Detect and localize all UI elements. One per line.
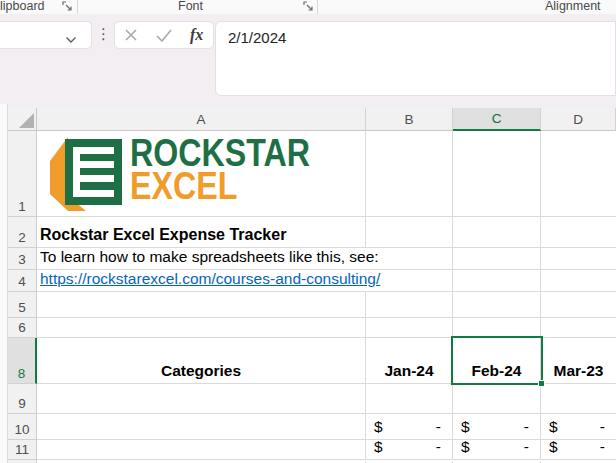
font-dialog-launcher-icon[interactable] <box>303 1 314 12</box>
cell-c2[interactable] <box>453 217 541 247</box>
formula-bar-value: 2/1/2024 <box>228 29 286 46</box>
zero-dash: - <box>436 438 441 456</box>
name-box[interactable] <box>0 21 92 49</box>
cell-a3[interactable]: To learn how to make spreadsheets like t… <box>37 248 366 269</box>
currency-symbol: $ <box>374 418 383 436</box>
cell-b9[interactable] <box>366 384 453 413</box>
cell-c5[interactable] <box>453 292 541 317</box>
row-6 <box>37 318 616 338</box>
row-4: https://rockstarexcel.com/courses-and-co… <box>37 270 616 292</box>
zero-dash: - <box>524 418 529 436</box>
cell-b3[interactable] <box>366 248 453 269</box>
row-2: Rockstar Excel Expense Tracker <box>37 217 616 248</box>
currency-symbol: $ <box>461 438 470 456</box>
zero-dash: - <box>436 418 441 436</box>
cell-c3[interactable] <box>453 248 541 269</box>
formula-bar-input[interactable]: 2/1/2024 <box>215 21 616 96</box>
selection-box[interactable] <box>451 336 543 385</box>
cell-a6[interactable] <box>37 318 366 337</box>
row-3: To learn how to make spreadsheets like t… <box>37 248 616 270</box>
cell-d10[interactable]: $- <box>541 414 616 439</box>
select-all-button[interactable] <box>8 108 37 131</box>
ribbon-separator <box>317 0 318 14</box>
currency-symbol: $ <box>461 418 470 436</box>
hyperlink-courses[interactable]: https://rockstarexcel.com/courses-and-co… <box>40 270 380 288</box>
cell-d2[interactable] <box>541 217 616 247</box>
zero-dash: - <box>600 418 605 436</box>
cancel-icon[interactable] <box>119 23 143 47</box>
row-5 <box>37 292 616 318</box>
cell-b11[interactable]: $- <box>366 440 453 459</box>
cell-d6[interactable] <box>541 318 616 337</box>
ribbon-group-font: Font <box>178 0 203 13</box>
ribbon-group-clipboard: Clipboard <box>0 0 45 13</box>
cell-b2[interactable] <box>366 217 453 247</box>
clipboard-dialog-launcher-icon[interactable] <box>62 1 73 12</box>
row-header-10[interactable]: 10 <box>8 414 37 440</box>
ribbon-group-alignment: Alignment <box>545 0 601 13</box>
row-10: $- $- $- <box>37 414 616 440</box>
logo-text-excel: EXCEL <box>130 167 237 204</box>
cell-c10[interactable]: $- <box>453 414 541 439</box>
cell-b6[interactable] <box>366 318 453 337</box>
cell-a8[interactable]: Categories <box>37 338 366 383</box>
fill-handle[interactable] <box>538 380 545 387</box>
cell-d1[interactable] <box>541 131 616 216</box>
currency-symbol: $ <box>549 438 558 456</box>
ribbon-strip: Clipboard Font Alignment <box>0 0 616 14</box>
cell-c4[interactable] <box>453 270 541 291</box>
formula-bar-buttons: fx <box>114 21 214 49</box>
cell-c11[interactable]: $- <box>453 440 541 459</box>
left-gutter <box>0 104 8 463</box>
cell-c6[interactable] <box>453 318 541 337</box>
zero-dash: - <box>524 438 529 456</box>
row-header-6[interactable]: 6 <box>8 318 37 338</box>
cell-d4[interactable] <box>541 270 616 291</box>
cell-b1[interactable] <box>366 131 453 216</box>
ribbon-separator <box>77 0 78 14</box>
cell-b4[interactable] <box>366 270 453 291</box>
cell-d5[interactable] <box>541 292 616 317</box>
cell-a2[interactable]: Rockstar Excel Expense Tracker <box>37 217 366 247</box>
cell-b8[interactable]: Jan-24 <box>366 338 453 383</box>
worksheet-grid: A B C D 1 2 3 4 5 6 8 9 10 11 Rockstar E… <box>0 104 616 463</box>
cell-d8[interactable]: Mar-23 <box>541 338 616 383</box>
row-header-1[interactable]: 1 <box>8 131 37 217</box>
row-header-9[interactable]: 9 <box>8 384 37 414</box>
row-header-3[interactable]: 3 <box>8 248 37 270</box>
cell-a10[interactable] <box>37 414 366 439</box>
row-header-2[interactable]: 2 <box>8 217 37 248</box>
row-header-5[interactable]: 5 <box>8 292 37 318</box>
rockstar-excel-logo-icon <box>48 134 124 216</box>
zero-dash: - <box>600 438 605 456</box>
row-header-11[interactable]: 11 <box>8 440 37 460</box>
column-header-b[interactable]: B <box>366 108 453 131</box>
currency-symbol: $ <box>549 418 558 436</box>
cell-a9[interactable] <box>37 384 366 413</box>
currency-symbol: $ <box>374 438 383 456</box>
formula-bar-drag-handle-icon[interactable]: ⋮ <box>96 24 111 44</box>
row-9 <box>37 384 616 414</box>
column-header-c[interactable]: C <box>453 108 541 131</box>
cell-d11[interactable]: $- <box>541 440 616 459</box>
cell-c9[interactable] <box>453 384 541 413</box>
column-header-d[interactable]: D <box>541 108 616 131</box>
cell-b5[interactable] <box>366 292 453 317</box>
cell-b10[interactable]: $- <box>366 414 453 439</box>
excel-window: Clipboard Font Alignment ⋮ fx 2/1/2024 <box>0 0 616 463</box>
row-11: $- $- $- <box>37 440 616 460</box>
enter-check-icon[interactable] <box>152 23 176 47</box>
cell-a5[interactable] <box>37 292 366 317</box>
rockstar-excel-logo: ROCKSTAR EXCEL <box>48 134 338 214</box>
cell-d9[interactable] <box>541 384 616 413</box>
cell-a11[interactable] <box>37 440 366 459</box>
cell-d3[interactable] <box>541 248 616 269</box>
row-header-4[interactable]: 4 <box>8 270 37 292</box>
chevron-down-icon[interactable] <box>65 30 77 48</box>
cell-c1[interactable] <box>453 131 541 216</box>
select-all-triangle-icon <box>19 113 34 128</box>
insert-function-icon[interactable]: fx <box>185 23 209 47</box>
row-header-8[interactable]: 8 <box>8 338 37 384</box>
column-header-a[interactable]: A <box>37 108 366 131</box>
